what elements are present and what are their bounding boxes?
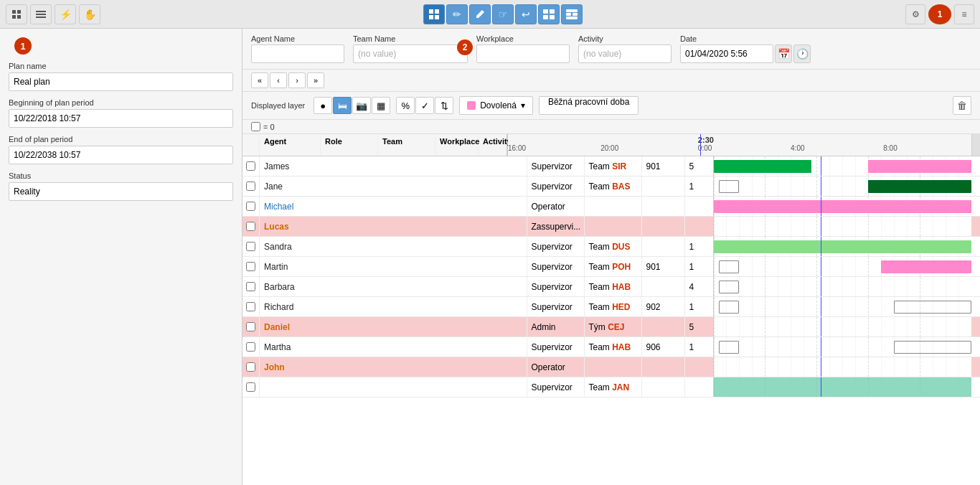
grid-line <box>714 257 715 276</box>
grid-line <box>778 297 778 316</box>
grid-line <box>920 217 920 236</box>
grid-line <box>920 277 920 296</box>
grid-line <box>804 337 804 357</box>
now-line <box>821 156 821 176</box>
data-rows[interactable]: James Supervizor Team SIR 901 5 Jane Sup… <box>242 156 980 485</box>
layer-bars-btn[interactable]: ▦ <box>372 97 390 114</box>
layer-sort-btn[interactable]: ⇅ <box>435 97 453 114</box>
activity-label: Activity <box>578 34 672 43</box>
role-value: Operator <box>532 202 565 212</box>
row-checkbox[interactable] <box>246 242 255 251</box>
layer-btn-group2: % ✓ ⇅ <box>396 97 453 114</box>
row-checkbox[interactable] <box>246 262 255 271</box>
row-role-cell: Admin <box>527 317 585 336</box>
grid2-icon-btn[interactable] <box>423 4 445 24</box>
grid-line <box>791 176 791 196</box>
layout1-icon-btn[interactable] <box>538 4 560 24</box>
row-checkbox[interactable] <box>246 342 255 352</box>
grid-line <box>958 217 959 236</box>
agent-name: John <box>264 362 285 372</box>
row-checkbox[interactable] <box>246 322 255 331</box>
row-agent-cell: Martin <box>260 257 527 276</box>
grid-line <box>816 257 817 276</box>
row-checkbox[interactable] <box>246 382 255 392</box>
svg-rect-2 <box>12 15 16 19</box>
menu-icon-btn[interactable] <box>30 4 52 24</box>
grid-line <box>907 317 908 336</box>
next-page-btn[interactable]: › <box>288 72 306 88</box>
row-wp-cell: 902 <box>642 297 685 316</box>
status-input[interactable] <box>9 182 233 201</box>
last-page-btn[interactable]: » <box>307 72 324 88</box>
now-line <box>821 377 821 397</box>
toolbar-right: ⚙ 1 ≡ <box>905 4 974 24</box>
row-checkbox[interactable] <box>246 222 255 231</box>
svg-rect-12 <box>550 9 555 14</box>
row-checkbox[interactable] <box>246 161 255 171</box>
layout2-icon-btn[interactable] <box>561 4 583 24</box>
toolbar-left: ⚡ ✋ <box>6 4 100 24</box>
grid-line <box>739 257 740 276</box>
hand-icon-btn[interactable]: ✋ <box>79 4 100 24</box>
select-all-checkbox[interactable] <box>251 122 260 131</box>
grid-line <box>714 217 715 236</box>
grid-icon-btn[interactable] <box>6 4 27 24</box>
pencil-icon-btn[interactable] <box>469 4 491 24</box>
row-timeline-cell <box>714 237 972 256</box>
layer-percent-btn[interactable]: % <box>396 97 415 114</box>
grid-line <box>933 317 933 336</box>
clock-icon-btn[interactable]: 🕐 <box>793 44 811 63</box>
delete-btn[interactable]: 🗑 <box>953 96 971 115</box>
team-col-header: Team <box>378 134 435 156</box>
role-value: Supervizor <box>532 262 573 272</box>
row-wp-cell: 901 <box>642 156 685 176</box>
first-page-btn[interactable]: « <box>251 72 268 88</box>
team-name-placeholder[interactable]: (no value) 2 <box>353 44 468 63</box>
end-period-input[interactable] <box>9 146 233 164</box>
date-input[interactable] <box>680 44 773 63</box>
row-checkbox-cell <box>242 176 260 196</box>
normal-workday-btn[interactable]: Běžná pracovní doba <box>539 96 639 115</box>
row-checkbox[interactable] <box>246 362 255 372</box>
activity-placeholder[interactable]: (no value) <box>578 44 672 63</box>
plan-name-input[interactable] <box>9 72 233 91</box>
row-checkbox[interactable] <box>246 302 255 311</box>
row-timeline-cell <box>714 357 972 377</box>
agent-name-input[interactable] <box>251 44 344 63</box>
row-checkbox[interactable] <box>246 182 255 191</box>
prev-page-btn[interactable]: ‹ <box>270 72 287 88</box>
row-checkbox-cell <box>242 277 260 296</box>
layer-radio-btn[interactable]: ● <box>314 97 332 114</box>
row-act-cell <box>685 357 714 377</box>
row-checkbox[interactable] <box>246 202 255 211</box>
dovolena-dropdown[interactable]: Dovolená ▾ <box>459 96 533 115</box>
grid-line <box>816 156 817 176</box>
grid-line <box>933 277 933 296</box>
layer-bed-btn[interactable]: 🛏 <box>333 97 352 114</box>
grid-line <box>958 277 959 296</box>
grab-icon-btn[interactable]: ☞ <box>492 4 514 24</box>
layer-camera-btn[interactable]: 📷 <box>352 97 371 114</box>
grid-line <box>816 277 817 296</box>
edit-icon-btn[interactable]: ✏ <box>446 4 468 24</box>
grid-line <box>726 217 727 236</box>
layer-check-btn[interactable]: ✓ <box>415 97 434 114</box>
row-team-cell: Team SIR <box>585 156 642 176</box>
grid-line <box>804 217 804 236</box>
scrollbar-placeholder <box>971 134 980 156</box>
badge-a1-btn[interactable]: 1 <box>928 4 951 24</box>
row-checkbox[interactable] <box>246 282 255 291</box>
hamburger-menu-btn[interactable]: ≡ <box>954 4 974 24</box>
grid-line <box>791 277 791 296</box>
gantt-bar <box>719 281 740 293</box>
settings-icon-btn[interactable]: ⚙ <box>905 4 925 24</box>
bolt-icon-btn[interactable]: ⚡ <box>55 4 76 24</box>
row-agent-cell: Lucas <box>260 217 527 236</box>
arrow-icon-btn[interactable]: ↩ <box>515 4 537 24</box>
grid-line <box>842 277 843 296</box>
workplace-input[interactable] <box>476 44 570 63</box>
now-line-header <box>700 134 701 156</box>
begin-period-input[interactable] <box>9 109 233 128</box>
grid-line <box>829 297 830 316</box>
calendar-icon-btn[interactable]: 📅 <box>775 44 792 63</box>
